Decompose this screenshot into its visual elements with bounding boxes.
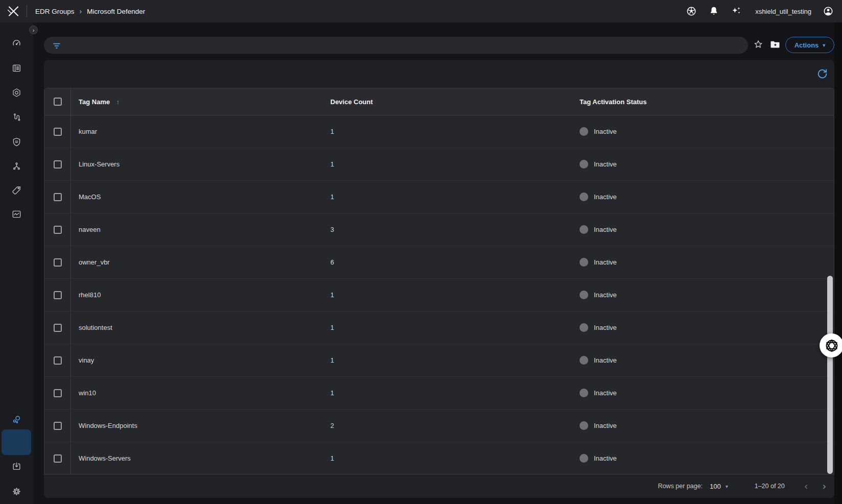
sidebar-item-inventory[interactable] [0, 57, 33, 79]
status-label: Inactive [594, 291, 617, 299]
topbar-divider [27, 5, 27, 17]
topbar: EDR Groups › Microsoft Defender [0, 0, 842, 22]
vertical-scrollbar[interactable] [827, 276, 833, 474]
status-label: Inactive [594, 422, 617, 429]
status-label: Inactive [594, 128, 617, 135]
username[interactable]: xshield_util_testing [755, 8, 811, 15]
tag-status-cell: Inactive [572, 127, 834, 136]
row-checkbox[interactable] [54, 291, 62, 299]
ai-sparkle-icon[interactable] [731, 6, 742, 17]
device-count-cell: 3 [322, 226, 572, 233]
previous-page-icon[interactable]: ‹ [804, 482, 808, 491]
header-tag-status-label: Tag Activation Status [580, 98, 646, 106]
notifications-bell-icon[interactable] [708, 6, 719, 17]
tag-status-cell: Inactive [572, 225, 834, 234]
row-checkbox[interactable] [54, 160, 62, 169]
page-right-gutter [834, 22, 842, 504]
row-checkbox[interactable] [54, 356, 62, 365]
row-checkbox-cell [44, 246, 71, 278]
actions-button[interactable]: Actions ▾ [785, 37, 834, 53]
account-icon[interactable] [823, 6, 834, 17]
row-checkbox[interactable] [54, 422, 62, 430]
sidebar-item-security[interactable] [0, 131, 33, 153]
device-count-cell: 1 [322, 291, 572, 299]
sidebar-item-traffic[interactable] [0, 106, 33, 128]
sidebar-item-dashboard[interactable] [0, 32, 33, 54]
tags-card: Tag Name ↑ Device Count Tag Activation S… [44, 60, 834, 498]
status-dot [580, 421, 588, 430]
sidebar-item-tags[interactable] [0, 179, 33, 201]
filter-input[interactable] [44, 37, 748, 54]
security-shield-icon [11, 137, 22, 148]
breadcrumb-separator-icon: › [80, 7, 82, 15]
table-header-row: Tag Name ↑ Device Count Tag Activation S… [44, 88, 834, 115]
tag-status-cell: Inactive [572, 454, 834, 463]
header-tag-name-label: Tag Name [79, 98, 110, 106]
device-count-cell: 6 [322, 258, 572, 266]
refresh-icon[interactable] [816, 68, 828, 80]
table-row: MacOS1Inactive [44, 181, 834, 213]
settings-gear-icon [11, 486, 22, 497]
saved-views-folder-icon[interactable] [769, 39, 781, 50]
rows-per-page-caret-icon[interactable]: ▾ [726, 484, 728, 489]
rows-per-page-value[interactable]: 100 [710, 483, 721, 490]
header-tag-status[interactable]: Tag Activation Status [572, 98, 834, 106]
sidebar-item-network[interactable] [0, 155, 33, 177]
status-dot [580, 356, 588, 365]
header-tag-name[interactable]: Tag Name ↑ [71, 98, 322, 106]
topbar-right: xshield_util_testing [686, 6, 842, 17]
next-page-icon[interactable]: › [822, 482, 826, 491]
table-row: naveen3Inactive [44, 213, 834, 246]
sidebar-item-assets[interactable] [0, 81, 33, 104]
sidebar-expand-chevron-icon[interactable]: › [29, 26, 38, 34]
row-checkbox-cell [44, 213, 71, 246]
tag-status-cell: Inactive [572, 160, 834, 169]
status-dot [580, 454, 588, 463]
header-checkbox-cell [44, 88, 71, 115]
sidebar-item-settings[interactable] [0, 480, 33, 502]
device-count-cell: 2 [322, 422, 572, 429]
tag-status-cell: Inactive [572, 323, 834, 332]
sidebar-active-highlight [2, 429, 31, 455]
filter-icon [52, 40, 62, 51]
device-count-cell: 1 [322, 389, 572, 397]
agent-install-icon [11, 462, 22, 472]
breadcrumb-parent[interactable]: EDR Groups [35, 8, 75, 15]
status-dot [580, 389, 588, 397]
table-row: owner_vbr6Inactive [44, 246, 834, 279]
tag-name-cell: kumar [71, 128, 322, 135]
tag-status-cell: Inactive [572, 193, 834, 201]
assets-hive-icon [11, 87, 22, 98]
sidebar-item-reports[interactable] [0, 203, 33, 225]
row-checkbox-cell [44, 148, 71, 180]
row-checkbox-cell [44, 279, 71, 311]
row-checkbox-cell [44, 410, 71, 442]
star-icon[interactable] [753, 39, 764, 50]
brand-x-logo[interactable] [0, 4, 27, 18]
sidebar-item-agent-install[interactable] [0, 455, 33, 478]
table-row: kumar1Inactive [44, 115, 834, 148]
row-checkbox[interactable] [54, 128, 62, 136]
help-soccer-icon[interactable] [686, 6, 697, 17]
table-row: Linux-Servers1Inactive [44, 148, 834, 181]
status-label: Inactive [594, 193, 617, 201]
sidebar-item-groups[interactable] [0, 408, 33, 430]
row-checkbox[interactable] [54, 389, 62, 397]
status-dot [580, 193, 588, 201]
row-checkbox[interactable] [54, 226, 62, 234]
tag-status-cell: Inactive [572, 356, 834, 365]
table-row: Windows-Servers1Inactive [44, 442, 834, 474]
row-checkbox-cell [44, 377, 71, 409]
assistant-fab[interactable] [820, 333, 842, 357]
device-count-cell: 1 [322, 454, 572, 462]
select-all-checkbox[interactable] [54, 98, 62, 106]
row-checkbox[interactable] [54, 258, 62, 267]
pagination-bar: Rows per page: 100 ▾ 1–20 of 20 ‹ › [44, 474, 834, 498]
header-device-count[interactable]: Device Count [322, 98, 572, 106]
row-checkbox[interactable] [54, 454, 62, 463]
row-checkbox[interactable] [54, 324, 62, 332]
row-checkbox-cell [44, 115, 71, 148]
rows-per-page-label: Rows per page: [658, 483, 703, 490]
row-checkbox[interactable] [54, 193, 62, 201]
sort-ascending-icon[interactable]: ↑ [116, 98, 120, 106]
